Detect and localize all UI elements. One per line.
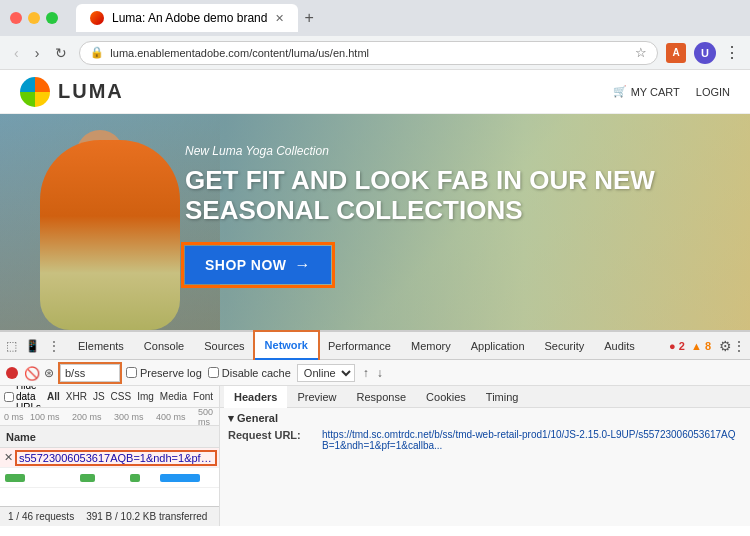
site-header: LUMA 🛒 MY CART LOGIN bbox=[0, 70, 750, 114]
throttle-select[interactable]: Online bbox=[297, 364, 355, 382]
panel-tabs: Headers Preview Response Cookies Timing bbox=[220, 386, 750, 408]
tab-response[interactable]: Response bbox=[347, 386, 417, 408]
all-filter[interactable]: All bbox=[47, 391, 60, 402]
tl-500ms: 500 ms bbox=[198, 407, 219, 427]
tab-headers[interactable]: Headers bbox=[224, 386, 287, 408]
bookmark-icon[interactable]: ☆ bbox=[635, 45, 647, 60]
network-list-row[interactable]: ✕ s55723006053617AQB=1&ndh=1&pf=1&calli.… bbox=[0, 448, 219, 468]
wf-bar-green-3 bbox=[130, 474, 140, 482]
extension-button[interactable]: A bbox=[666, 43, 686, 63]
new-tab-button[interactable]: + bbox=[304, 10, 313, 26]
wf-bar-green-2 bbox=[80, 474, 95, 482]
tab-timing[interactable]: Timing bbox=[476, 386, 529, 408]
site-content: LUMA 🛒 MY CART LOGIN New Luma Yoga Colle… bbox=[0, 70, 750, 330]
tab-elements[interactable]: Elements bbox=[68, 332, 134, 360]
search-input[interactable] bbox=[60, 364, 120, 382]
download-icon[interactable]: ↓ bbox=[377, 366, 383, 380]
css-filter[interactable]: CSS bbox=[111, 391, 132, 402]
tab-security[interactable]: Security bbox=[535, 332, 595, 360]
preserve-log-checkbox[interactable]: Preserve log bbox=[126, 367, 202, 379]
headers-general-section: ▾ General Request URL: https://tmd.sc.om… bbox=[220, 408, 750, 457]
error-count: ● 2 bbox=[669, 340, 685, 352]
clear-button[interactable]: 🚫 bbox=[24, 366, 38, 380]
tab-performance[interactable]: Performance bbox=[318, 332, 401, 360]
header-actions: 🛒 MY CART LOGIN bbox=[613, 85, 730, 98]
profile-button[interactable]: U bbox=[694, 42, 716, 64]
tab-memory[interactable]: Memory bbox=[401, 332, 461, 360]
tab-preview[interactable]: Preview bbox=[287, 386, 346, 408]
back-button[interactable]: ‹ bbox=[10, 43, 23, 63]
mobile-icon[interactable]: 📱 bbox=[23, 337, 42, 355]
cart-button[interactable]: 🛒 MY CART bbox=[613, 85, 680, 98]
url-input[interactable]: 🔒 luma.enablementadobe.com/content/luma/… bbox=[79, 41, 658, 65]
tab-console[interactable]: Console bbox=[134, 332, 194, 360]
login-label: LOGIN bbox=[696, 86, 730, 98]
hero-title: GET FIT AND LOOK FAB IN OUR NEW SEASONAL… bbox=[185, 166, 730, 226]
login-button[interactable]: LOGIN bbox=[696, 86, 730, 98]
address-bar: ‹ › ↻ 🔒 luma.enablementadobe.com/content… bbox=[0, 36, 750, 70]
luma-logo: LUMA bbox=[20, 77, 124, 107]
tab-favicon-icon bbox=[90, 11, 104, 25]
status-bar: 1 / 46 requests 391 B / 10.2 KB transfer… bbox=[0, 506, 219, 526]
request-url-label: Request URL: bbox=[228, 429, 318, 451]
xhr-filter[interactable]: XHR bbox=[66, 391, 87, 402]
network-list: Hide data URLs All XHR JS CSS Img Media … bbox=[0, 386, 220, 526]
row-remove-icon: ✕ bbox=[4, 451, 13, 464]
cart-label: MY CART bbox=[631, 86, 680, 98]
disable-cache-checkbox[interactable]: Disable cache bbox=[208, 367, 291, 379]
shop-now-arrow-icon: → bbox=[295, 256, 312, 274]
waterfall-row-1 bbox=[0, 468, 219, 488]
tl-200ms: 200 ms bbox=[72, 412, 102, 422]
tab-cookies[interactable]: Cookies bbox=[416, 386, 476, 408]
network-toolbar: 🚫 ⊛ Preserve log Disable cache Online ↑ … bbox=[0, 360, 750, 386]
js-filter[interactable]: JS bbox=[93, 391, 105, 402]
network-detail-panel: Headers Preview Response Cookies Timing … bbox=[220, 386, 750, 526]
tab-application[interactable]: Application bbox=[461, 332, 535, 360]
active-tab[interactable]: Luma: An Adobe demo brand ✕ bbox=[76, 4, 298, 32]
media-filter[interactable]: Media bbox=[160, 391, 187, 402]
filter-icon[interactable]: ⊛ bbox=[44, 366, 54, 380]
tl-0ms: 0 ms bbox=[4, 412, 24, 422]
inspect-icon[interactable]: ⬚ bbox=[4, 337, 19, 355]
network-content: Hide data URLs All XHR JS CSS Img Media … bbox=[0, 386, 750, 526]
tl-400ms: 400 ms bbox=[156, 412, 186, 422]
lock-icon: 🔒 bbox=[90, 46, 104, 59]
browser-menu-icon[interactable]: ⋮ bbox=[724, 43, 740, 62]
record-button[interactable] bbox=[6, 367, 18, 379]
devtools-tab-bar: ⬚ 📱 ⋮ Elements Console Sources Network P… bbox=[0, 332, 750, 360]
wf-bar-green-1 bbox=[5, 474, 25, 482]
tl-100ms: 100 ms bbox=[30, 412, 60, 422]
hero-banner: New Luma Yoga Collection GET FIT AND LOO… bbox=[0, 114, 750, 330]
luma-logo-icon bbox=[20, 77, 50, 107]
tab-sources[interactable]: Sources bbox=[194, 332, 254, 360]
request-url-row: Request URL: https://tmd.sc.omtrdc.net/b… bbox=[228, 429, 742, 451]
img-filter[interactable]: Img bbox=[137, 391, 154, 402]
forward-button[interactable]: › bbox=[31, 43, 44, 63]
maximize-button[interactable] bbox=[46, 12, 58, 24]
tab-audits[interactable]: Audits bbox=[594, 332, 645, 360]
request-url-value: https://tmd.sc.omtrdc.net/b/ss/tmd-web-r… bbox=[322, 429, 742, 451]
tab-network[interactable]: Network bbox=[255, 332, 318, 360]
font-filter[interactable]: Font bbox=[193, 391, 213, 402]
tab-bar: Luma: An Adobe demo brand ✕ + bbox=[76, 4, 740, 32]
shop-now-button[interactable]: SHOP NOW → bbox=[185, 246, 331, 284]
devtools-more-icon[interactable]: ⋮ bbox=[732, 338, 746, 354]
minimize-button[interactable] bbox=[28, 12, 40, 24]
luma-logo-text: LUMA bbox=[58, 80, 124, 103]
url-text: luma.enablementadobe.com/content/luma/us… bbox=[110, 47, 629, 59]
hero-subtitle: New Luma Yoga Collection bbox=[185, 144, 730, 158]
person-body bbox=[40, 140, 180, 330]
row-filename: s55723006053617AQB=1&ndh=1&pf=1&calli... bbox=[17, 452, 215, 464]
error-indicators: ● 2 ▲ 8 bbox=[669, 340, 711, 352]
upload-icon[interactable]: ↑ bbox=[363, 366, 369, 380]
tab-close-icon[interactable]: ✕ bbox=[275, 12, 284, 25]
refresh-button[interactable]: ↻ bbox=[51, 43, 71, 63]
hide-data-urls-label[interactable]: Hide data URLs bbox=[4, 386, 41, 408]
devtools-menu-icon[interactable]: ⋮ bbox=[46, 337, 62, 355]
close-button[interactable] bbox=[10, 12, 22, 24]
devtools-settings-icon[interactable]: ⚙ bbox=[719, 338, 732, 354]
requests-count: 1 / 46 requests bbox=[8, 511, 74, 522]
devtools-panel: ⬚ 📱 ⋮ Elements Console Sources Network P… bbox=[0, 330, 750, 526]
person-silhouette bbox=[20, 130, 200, 330]
name-column-header: Name bbox=[6, 431, 36, 443]
